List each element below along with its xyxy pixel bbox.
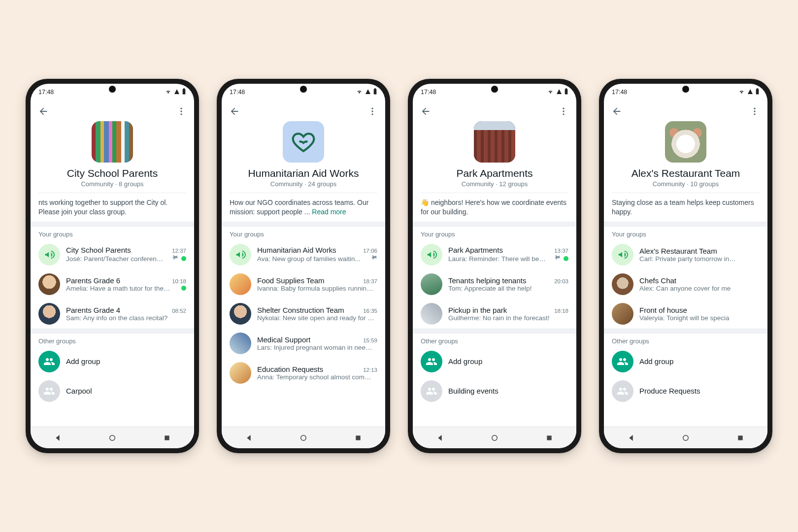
- more-button[interactable]: [554, 101, 573, 121]
- community-image[interactable]: [474, 121, 515, 163]
- group-row[interactable]: Parents Grade 408:52 Sam: Any info on th…: [31, 299, 194, 329]
- nav-home-button[interactable]: [675, 427, 697, 449]
- community-image[interactable]: [283, 121, 324, 163]
- nav-back-button[interactable]: [238, 427, 260, 449]
- pin-icon: [370, 254, 377, 263]
- group-row[interactable]: Chefs Chat Alex: Can anyone cover for me: [604, 269, 767, 299]
- community-description: Staying close as a team helps keep custo…: [604, 193, 767, 222]
- nav-recent-button[interactable]: [730, 427, 751, 449]
- group-row[interactable]: Front of house Valeryia: Tonight will be…: [604, 299, 767, 329]
- group-avatar: [230, 273, 251, 295]
- group-time: 18:37: [363, 278, 377, 284]
- status-time: 17:48: [421, 89, 436, 96]
- nav-home-button[interactable]: [484, 427, 505, 449]
- back-button[interactable]: [33, 101, 53, 121]
- group-row[interactable]: Humanitarian Aid Works17:06 Ava: New gro…: [222, 240, 385, 269]
- group-row[interactable]: Tenants helping tenants20:03 Tom: Apprec…: [413, 269, 576, 299]
- add-group-button[interactable]: Add group: [31, 347, 194, 376]
- group-name: Park Apartments: [448, 246, 503, 254]
- nav-home-button[interactable]: [293, 427, 314, 449]
- group-avatar: [230, 362, 251, 384]
- svg-point-10: [371, 110, 373, 112]
- group-avatar: [612, 380, 633, 402]
- group-last-message: Valeryia: Tonight will be specia: [639, 314, 730, 322]
- status-time: 17:48: [38, 89, 54, 96]
- group-avatar: [38, 380, 60, 402]
- group-row[interactable]: City School Parents12:37 José: Parent/Te…: [31, 240, 194, 269]
- status-icons: [165, 88, 186, 97]
- section-other-groups: Other groups: [413, 333, 576, 347]
- svg-point-26: [683, 435, 689, 440]
- group-avatar: [421, 273, 442, 295]
- signal-icon: [365, 89, 371, 96]
- back-button[interactable]: [416, 101, 435, 121]
- nav-recent-button[interactable]: [156, 427, 178, 449]
- group-time: 12:13: [363, 367, 377, 373]
- group-row[interactable]: Park Apartments13:37 Laura: Reminder: Th…: [413, 240, 576, 269]
- group-avatar: [38, 303, 60, 325]
- group-last-message: José: Parent/Teacher conferen…: [66, 255, 163, 263]
- group-row[interactable]: Pickup in the park18:18 Guilherme: No ra…: [413, 299, 576, 329]
- pin-icon: [554, 254, 561, 263]
- more-button[interactable]: [745, 101, 765, 121]
- svg-point-16: [563, 108, 564, 109]
- nav-recent-button[interactable]: [347, 427, 369, 449]
- group-name: Parents Grade 6: [66, 276, 120, 285]
- status-time: 17:48: [230, 89, 245, 96]
- group-last-message: Carl: Private party tomorrow in…: [639, 255, 736, 263]
- svg-point-24: [754, 110, 755, 112]
- megaphone-icon: [421, 244, 442, 266]
- signal-icon: [556, 89, 563, 96]
- community-image[interactable]: [92, 121, 133, 163]
- nav-back-button[interactable]: [429, 427, 451, 449]
- back-button[interactable]: [607, 101, 627, 121]
- battery-icon: [564, 88, 568, 97]
- wifi-icon: [547, 89, 554, 96]
- svg-point-17: [563, 110, 564, 112]
- unread-badge: [181, 286, 186, 291]
- svg-point-23: [754, 108, 755, 109]
- status-icons: [547, 88, 568, 97]
- group-row[interactable]: Food Supplies Team18:37 Ivanna: Baby for…: [222, 269, 385, 299]
- community-image[interactable]: [665, 121, 706, 163]
- nav-home-button[interactable]: [101, 427, 123, 449]
- group-avatar: [38, 273, 60, 295]
- nav-back-button[interactable]: [47, 427, 68, 449]
- group-name: Humanitarian Aid Works: [257, 246, 336, 254]
- group-time: 08:52: [172, 308, 186, 314]
- group-row[interactable]: Shelter Construction Team16:35 Nykolai: …: [222, 299, 385, 329]
- unread-badge: [181, 256, 186, 261]
- back-button[interactable]: [225, 101, 244, 121]
- group-row[interactable]: Carpool: [31, 376, 194, 406]
- nav-back-button[interactable]: [620, 427, 642, 449]
- nav-recent-button[interactable]: [538, 427, 560, 449]
- community-subtitle: Community · 8 groups: [36, 180, 188, 188]
- svg-rect-7: [374, 89, 377, 94]
- add-group-icon: [38, 351, 60, 372]
- group-last-message: Sam: Any info on the class recital?: [66, 314, 167, 322]
- group-time: 20:03: [554, 278, 568, 284]
- group-row[interactable]: Parents Grade 610:18 Amelia: Have a math…: [31, 269, 194, 299]
- group-name: Pickup in the park: [448, 306, 507, 314]
- community-description: How our NGO coordinates across teams. Ou…: [222, 193, 385, 222]
- group-row[interactable]: Building events: [413, 376, 576, 406]
- add-group-button[interactable]: Add group: [604, 347, 767, 376]
- group-row[interactable]: Alex's Restaurant Team Carl: Private par…: [604, 240, 767, 269]
- megaphone-icon: [230, 244, 251, 266]
- svg-point-11: [371, 113, 373, 115]
- read-more-link[interactable]: Read more: [312, 208, 346, 216]
- svg-rect-14: [565, 89, 568, 94]
- add-group-button[interactable]: Add group: [413, 347, 576, 376]
- wifi-icon: [165, 89, 172, 96]
- group-name: Produce Requests: [639, 387, 760, 395]
- more-button[interactable]: [171, 101, 191, 121]
- group-last-message: Guilherme: No rain in the forecast!: [448, 314, 550, 322]
- more-button[interactable]: [363, 101, 382, 121]
- group-row[interactable]: Medical Support15:59 Lars: Injured pregn…: [222, 329, 385, 358]
- group-row[interactable]: Produce Requests: [604, 376, 767, 406]
- section-other-groups: Other groups: [31, 333, 194, 347]
- svg-rect-20: [547, 435, 551, 440]
- unread-badge: [564, 256, 568, 261]
- svg-point-12: [301, 435, 306, 440]
- group-row[interactable]: Education Requests12:13 Anna: Temporary …: [222, 358, 385, 388]
